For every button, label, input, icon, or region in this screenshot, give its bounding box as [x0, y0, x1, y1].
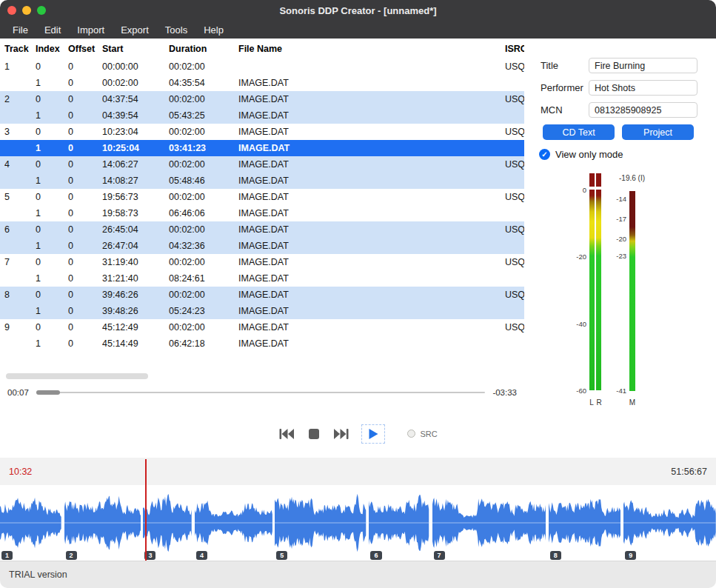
- waveform-graphic: [549, 485, 621, 561]
- table-cell: IMAGE.DAT: [238, 176, 505, 186]
- menu-item-tools[interactable]: Tools: [157, 22, 195, 38]
- window-title: Sonoris DDP Creator - [unnamed*]: [279, 5, 436, 16]
- table-empty-space: [0, 352, 524, 373]
- table-cell: USQ: [505, 61, 524, 72]
- table-cell: 6: [4, 224, 36, 235]
- transport-bar: SRC: [0, 404, 716, 458]
- table-row[interactable]: 1014:08:2705:48:46IMAGE.DAT: [0, 173, 524, 189]
- waveform-segment[interactable]: 3: [143, 485, 192, 561]
- src-led-icon: [407, 430, 415, 438]
- table-row[interactable]: 1019:58:7306:46:06IMAGE.DAT: [0, 205, 524, 221]
- track-number-badge: 2: [66, 551, 77, 560]
- column-header-isrc[interactable]: ISRC: [505, 44, 524, 54]
- waveform-graphic: [195, 485, 272, 561]
- table-row[interactable]: 50019:56:7300:02:00IMAGE.DATUSQ: [0, 189, 524, 205]
- waveform-segment[interactable]: 7: [432, 485, 546, 561]
- table-cell: 9: [4, 322, 36, 333]
- table-row[interactable]: 70031:19:4000:02:00IMAGE.DATUSQ: [0, 254, 524, 270]
- previous-track-button[interactable]: [278, 427, 295, 441]
- seek-track[interactable]: [36, 392, 486, 393]
- table-row[interactable]: 10000:00:0000:02:00USQ: [0, 59, 524, 75]
- meter-bar-left: [589, 190, 595, 390]
- table-cell: 14:06:27: [102, 159, 169, 170]
- column-header-start[interactable]: Start: [102, 44, 169, 54]
- column-header-index[interactable]: Index: [36, 44, 68, 54]
- menu-item-file[interactable]: File: [4, 22, 36, 38]
- src-label: SRC: [420, 430, 437, 438]
- table-cell: 8: [4, 290, 36, 300]
- horizontal-scrollbar-thumb[interactable]: [6, 373, 148, 379]
- table-cell: USQ: [505, 94, 524, 104]
- table-row[interactable]: 80039:46:2600:02:00IMAGE.DATUSQ: [0, 287, 524, 303]
- table-row[interactable]: 1026:47:0404:32:36IMAGE.DAT: [0, 238, 524, 254]
- waveform-graphic: [623, 485, 716, 561]
- app-window: Sonoris DDP Creator - [unnamed*] File Ed…: [0, 0, 716, 588]
- performer-input[interactable]: [589, 80, 697, 96]
- seek-slider[interactable]: [36, 389, 486, 396]
- table-cell: IMAGE.DAT: [238, 338, 505, 349]
- table-cell: IMAGE.DAT: [238, 241, 505, 251]
- table-cell: 0: [68, 224, 102, 235]
- table-row[interactable]: 30010:23:0400:02:00IMAGE.DATUSQ: [0, 124, 524, 140]
- table-cell: 03:41:23: [169, 143, 238, 153]
- next-track-button[interactable]: [333, 427, 349, 441]
- close-button[interactable]: [7, 6, 16, 15]
- table-cell: 08:24:61: [169, 273, 238, 284]
- zoom-button[interactable]: [37, 6, 46, 15]
- m-scale-14: -14: [616, 195, 626, 203]
- table-row[interactable]: 20004:37:5400:02:00IMAGE.DATUSQ: [0, 91, 524, 107]
- waveform-segment[interactable]: 4: [195, 485, 272, 561]
- table-row[interactable]: 1039:48:2605:24:23IMAGE.DAT: [0, 303, 524, 319]
- src-toggle[interactable]: SRC: [407, 430, 437, 438]
- menu-item-help[interactable]: Help: [195, 22, 232, 38]
- table-row[interactable]: 1045:14:4906:42:18IMAGE.DAT: [0, 335, 524, 352]
- m-scale-17: -17: [616, 215, 626, 223]
- lr-scale-20: -20: [576, 253, 586, 261]
- total-time: 51:56:67: [671, 467, 707, 477]
- table-row[interactable]: 1004:39:5405:43:25IMAGE.DAT: [0, 107, 524, 124]
- mcn-input[interactable]: [589, 102, 697, 118]
- seek-thumb[interactable]: [36, 390, 60, 395]
- clip-indicator-left: [589, 173, 595, 187]
- table-cell: IMAGE.DAT: [238, 257, 505, 267]
- table-cell: 00:02:00: [169, 159, 238, 170]
- table-cell: 0: [68, 241, 102, 251]
- table-cell: 0: [36, 290, 68, 300]
- play-button[interactable]: [361, 424, 385, 444]
- cd-text-button[interactable]: CD Text: [543, 124, 615, 140]
- stop-button[interactable]: [307, 427, 321, 441]
- waveform-segment[interactable]: 8: [549, 485, 621, 561]
- table-row[interactable]: 90045:12:4900:02:00IMAGE.DATUSQ: [0, 319, 524, 335]
- waveform-segment[interactable]: 2: [64, 485, 141, 561]
- table-cell: IMAGE.DAT: [238, 78, 505, 88]
- table-row[interactable]: 1000:02:0004:35:54IMAGE.DAT: [0, 75, 524, 91]
- table-cell: 0: [36, 224, 68, 235]
- column-header-duration[interactable]: Duration: [169, 44, 238, 54]
- table-row[interactable]: 1010:25:0403:41:23IMAGE.DAT: [0, 140, 524, 156]
- table-cell: 0: [68, 159, 102, 170]
- project-button[interactable]: Project: [622, 124, 694, 140]
- table-cell: 45:14:49: [102, 338, 169, 349]
- waveform-area[interactable]: 123456789: [0, 485, 716, 561]
- table-row[interactable]: 1031:21:4008:24:61IMAGE.DAT: [0, 270, 524, 287]
- menu-item-export[interactable]: Export: [113, 22, 157, 38]
- column-header-offset[interactable]: Offset: [68, 44, 102, 54]
- table-cell: 0: [68, 78, 102, 88]
- view-only-mode-toggle[interactable]: ✓ View only mode: [539, 149, 716, 160]
- table-cell: 0: [68, 143, 102, 153]
- waveform-segment[interactable]: 6: [369, 485, 429, 561]
- waveform-segment[interactable]: 1: [0, 485, 61, 561]
- table-row[interactable]: 40014:06:2700:02:00IMAGE.DATUSQ: [0, 156, 524, 173]
- table-cell: 00:02:00: [169, 257, 238, 267]
- table-cell: 0: [68, 290, 102, 300]
- minimize-button[interactable]: [22, 6, 31, 15]
- menu-item-edit[interactable]: Edit: [36, 22, 69, 38]
- column-header-track[interactable]: Track: [4, 44, 36, 54]
- playhead-line[interactable]: [145, 459, 147, 561]
- title-input[interactable]: [589, 58, 697, 73]
- waveform-segment[interactable]: 5: [275, 485, 366, 561]
- menu-item-import[interactable]: Import: [69, 22, 113, 38]
- table-row[interactable]: 60026:45:0400:02:00IMAGE.DATUSQ: [0, 221, 524, 238]
- waveform-segment[interactable]: 9: [623, 485, 716, 561]
- column-header-filename[interactable]: File Name: [238, 44, 505, 54]
